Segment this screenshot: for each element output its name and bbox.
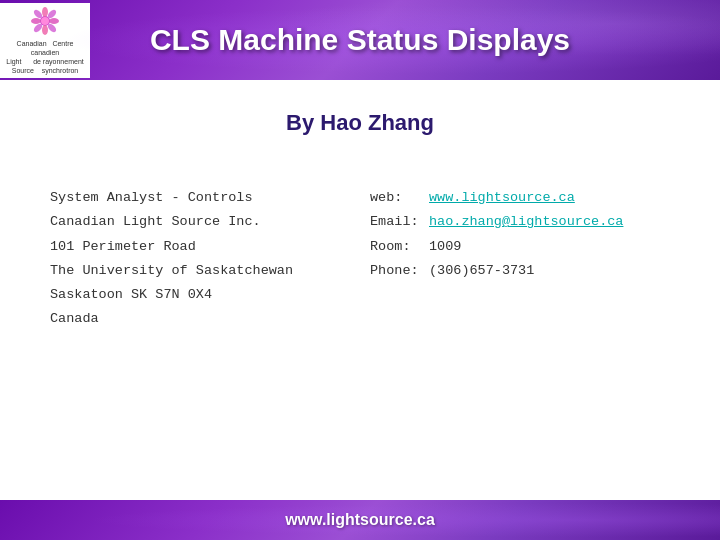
phone-row: Phone: (306)657-3731 [370,259,670,283]
logo-inner: Canadian Centre canadien Light de rayonn… [4,5,86,75]
svg-point-0 [40,16,50,26]
web-label: web: [370,186,425,210]
room-label: Room: [370,235,425,259]
subtitle: By Hao Zhang [50,110,670,136]
room-value: 1009 [429,235,461,259]
svg-point-8 [46,22,57,33]
left-column: System Analyst - Controls Canadian Light… [50,186,370,332]
phone-label: Phone: [370,259,425,283]
header-title: CLS Machine Status Displays [90,23,720,57]
svg-point-7 [32,22,43,33]
svg-point-2 [42,25,48,35]
footer-text: www.lightsource.ca [285,511,435,529]
room-row: Room: 1009 [370,235,670,259]
address-line-4: The University of Saskatchewan [50,259,370,283]
logo-icon [24,5,66,37]
svg-point-5 [32,8,43,19]
right-column: web: www.lightsource.ca Email: hao.zhang… [370,186,670,332]
address-line-1: System Analyst - Controls [50,186,370,210]
address-line-5: Saskatoon SK S7N 0X4 [50,283,370,307]
contact-section: System Analyst - Controls Canadian Light… [50,186,670,332]
address-line-6: Canada [50,307,370,331]
svg-point-6 [46,8,57,19]
address-line-3: 101 Perimeter Road [50,235,370,259]
svg-point-4 [49,18,59,24]
logo-container: Canadian Centre canadien Light de rayonn… [0,3,90,78]
footer: www.lightsource.ca [0,500,720,540]
svg-point-1 [42,7,48,17]
logo-text: Canadian Centre canadien Light de rayonn… [4,39,86,75]
email-row: Email: hao.zhang@lightsource.ca [370,210,670,234]
svg-point-9 [41,17,49,25]
web-link[interactable]: www.lightsource.ca [429,186,575,210]
web-row: web: www.lightsource.ca [370,186,670,210]
phone-value: (306)657-3731 [429,259,534,283]
main-content: By Hao Zhang System Analyst - Controls C… [0,80,720,500]
email-label: Email: [370,210,425,234]
address-line-2: Canadian Light Source Inc. [50,210,370,234]
header: Canadian Centre canadien Light de rayonn… [0,0,720,80]
svg-point-3 [31,18,41,24]
email-link[interactable]: hao.zhang@lightsource.ca [429,210,623,234]
